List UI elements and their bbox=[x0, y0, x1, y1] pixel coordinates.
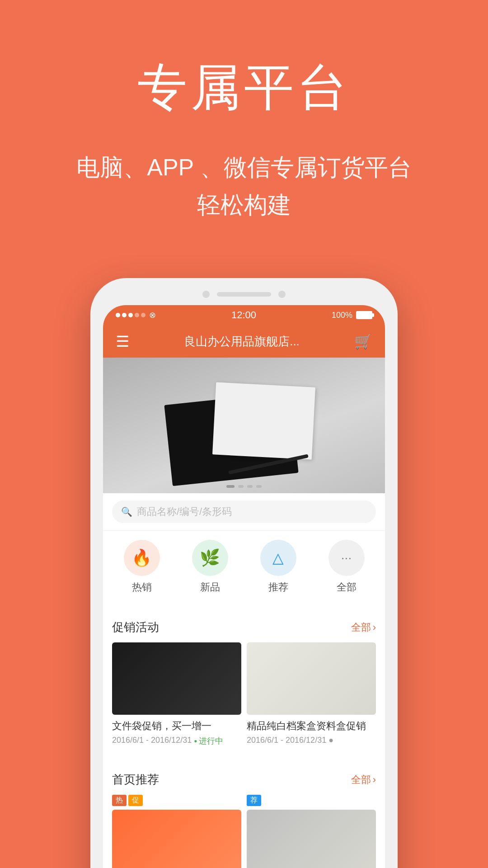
promo-img-2 bbox=[247, 642, 376, 715]
promo-card-1-date: 2016/6/1 - 2016/12/31 ● 进行中 bbox=[112, 736, 241, 746]
badge-hot: 热 bbox=[112, 795, 127, 806]
promo-card-2[interactable]: 精品纯白档案盒资料盒促销 2016/6/1 - 2016/12/31 ● bbox=[247, 642, 376, 746]
badge-promo: 促 bbox=[128, 795, 143, 806]
status-dot-active: ● bbox=[194, 738, 197, 744]
phone-speaker bbox=[217, 292, 271, 297]
categories: 🔥 热销 🌿 新品 △ 推荐 bbox=[103, 530, 385, 603]
phone-camera-right bbox=[278, 291, 286, 298]
battery-fill bbox=[357, 312, 371, 318]
category-hot[interactable]: 🔥 热销 bbox=[124, 540, 160, 594]
search-section: 🔍 商品名称/编号/条形码 bbox=[103, 493, 385, 530]
sub-title-line1: 电脑、APP 、微信专属订货平台 bbox=[0, 149, 488, 186]
rec-card-1[interactable]: 热 促 bbox=[112, 795, 241, 868]
main-title: 专属平台 bbox=[0, 54, 488, 122]
rec-grid: 热 促 荐 bbox=[112, 795, 376, 868]
promo-grid: 文件袋促销，买一增一 2016/6/1 - 2016/12/31 ● 进行中 bbox=[112, 642, 376, 746]
wifi-icon: ⊗ bbox=[149, 310, 156, 320]
signal-dot-2 bbox=[122, 313, 127, 317]
rec-img-2 bbox=[247, 810, 376, 868]
sub-title: 电脑、APP 、微信专属订货平台 轻松构建 bbox=[0, 149, 488, 224]
cart-icon[interactable]: 🛒 bbox=[354, 333, 372, 350]
promo-status-text-1: 进行中 bbox=[199, 736, 223, 746]
banner-dot-3 bbox=[247, 485, 253, 488]
rec-img-1 bbox=[112, 810, 241, 868]
promo-status-ellipsis: ● bbox=[328, 736, 333, 745]
rec-header: 首页推荐 全部 › bbox=[112, 772, 376, 788]
search-icon: 🔍 bbox=[121, 506, 132, 517]
promo-header: 促销活动 全部 › bbox=[112, 619, 376, 635]
promo-more-label: 全部 bbox=[351, 621, 371, 634]
signal-dot-1 bbox=[116, 313, 120, 317]
promo-more[interactable]: 全部 › bbox=[351, 621, 376, 634]
phone-mockup: ⊗ 12:00 100% ☰ 良山办公用品旗舰店... 🛒 bbox=[90, 278, 398, 868]
category-rec-icon: △ bbox=[260, 540, 296, 576]
search-input[interactable]: 商品名称/编号/条形码 bbox=[137, 505, 232, 519]
banner-dot-1 bbox=[226, 485, 235, 488]
promo-card-2-title: 精品纯白档案盒资料盒促销 bbox=[247, 719, 376, 733]
rec-img-visual-2 bbox=[247, 810, 376, 868]
rec-more-label: 全部 bbox=[351, 773, 371, 787]
promo-status-1: ● 进行中 bbox=[194, 736, 223, 746]
promo-section: 促销活动 全部 › 文件袋促销，买一增一 2016/6/1 - 20 bbox=[103, 610, 385, 755]
status-right: 100% bbox=[332, 311, 372, 320]
promo-card-1[interactable]: 文件袋促销，买一增一 2016/6/1 - 2016/12/31 ● 进行中 bbox=[112, 642, 241, 746]
badge-new: 荐 bbox=[247, 795, 261, 806]
signal-dot-4 bbox=[135, 313, 139, 317]
category-hot-icon: 🔥 bbox=[124, 540, 160, 576]
promo-img-dark bbox=[112, 642, 241, 715]
category-new-icon: 🌿 bbox=[192, 540, 228, 576]
phone-wrapper: ⊗ 12:00 100% ☰ 良山办公用品旗舰店... 🛒 bbox=[0, 278, 488, 868]
header-section: 专属平台 电脑、APP 、微信专属订货平台 轻松构建 bbox=[0, 0, 488, 251]
badges-row-1: 热 促 bbox=[112, 795, 241, 806]
category-new[interactable]: 🌿 新品 bbox=[192, 540, 228, 594]
category-new-label: 新品 bbox=[200, 580, 220, 594]
recommend-section: 首页推荐 全部 › 热 促 bbox=[103, 763, 385, 868]
banner-image bbox=[103, 358, 385, 493]
promo-card-1-title: 文件袋促销，买一增一 bbox=[112, 719, 241, 733]
banner-dots bbox=[226, 485, 262, 488]
battery-percent: 100% bbox=[332, 311, 352, 320]
category-hot-label: 热销 bbox=[132, 580, 152, 594]
promo-img-light bbox=[247, 642, 376, 715]
phone-top bbox=[103, 291, 385, 298]
app-header: ☰ 良山办公用品旗舰店... 🛒 bbox=[103, 325, 385, 358]
banner-dot-4 bbox=[256, 485, 262, 488]
phone-screen: ⊗ 12:00 100% ☰ 良山办公用品旗舰店... 🛒 bbox=[103, 305, 385, 868]
search-bar[interactable]: 🔍 商品名称/编号/条形码 bbox=[112, 500, 376, 523]
status-bar: ⊗ 12:00 100% bbox=[103, 305, 385, 325]
signal-dot-3 bbox=[128, 313, 133, 317]
signal-dot-5 bbox=[141, 313, 145, 317]
promo-img-1 bbox=[112, 642, 241, 715]
promo-card-2-date: 2016/6/1 - 2016/12/31 ● bbox=[247, 736, 376, 745]
battery-icon bbox=[356, 311, 372, 319]
promo-title: 促销活动 bbox=[112, 619, 159, 635]
rec-title: 首页推荐 bbox=[112, 772, 159, 788]
menu-icon[interactable]: ☰ bbox=[116, 334, 129, 349]
category-all-label: 全部 bbox=[337, 580, 357, 594]
status-left: ⊗ bbox=[116, 310, 156, 320]
sub-title-line2: 轻松构建 bbox=[0, 186, 488, 224]
signal-dots bbox=[116, 313, 145, 317]
banner-area[interactable] bbox=[103, 358, 385, 493]
promo-status-2: ● bbox=[328, 736, 333, 745]
rec-img-visual-1 bbox=[112, 810, 241, 868]
banner-dot-2 bbox=[238, 485, 244, 488]
store-name: 良山办公用品旗舰店... bbox=[129, 334, 354, 349]
category-rec[interactable]: △ 推荐 bbox=[260, 540, 296, 594]
phone-camera bbox=[202, 291, 210, 298]
status-time: 12:00 bbox=[156, 309, 332, 321]
badges-row-2: 荐 bbox=[247, 795, 376, 806]
rec-card-2[interactable]: 荐 bbox=[247, 795, 376, 868]
rec-more[interactable]: 全部 › bbox=[351, 773, 376, 787]
category-all[interactable]: ··· 全部 bbox=[328, 540, 365, 594]
category-rec-label: 推荐 bbox=[268, 580, 288, 594]
rec-more-chevron: › bbox=[373, 774, 376, 786]
category-all-icon: ··· bbox=[328, 540, 365, 576]
promo-more-chevron: › bbox=[373, 622, 376, 633]
